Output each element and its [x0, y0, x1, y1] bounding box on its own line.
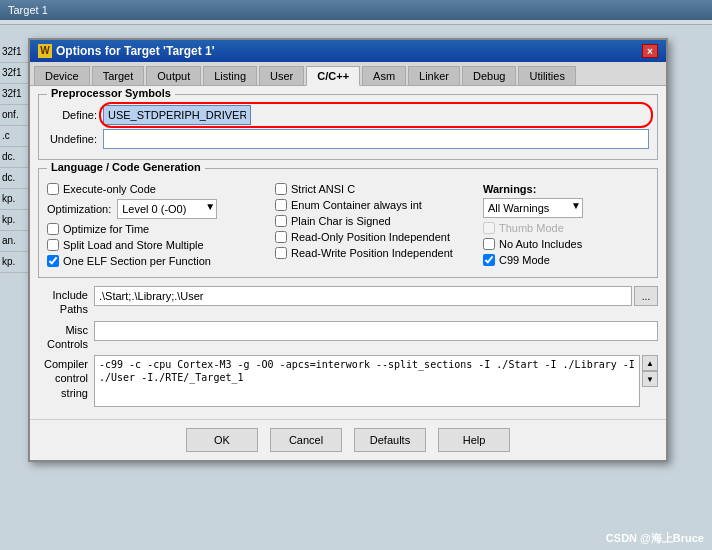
language-title: Language / Code Generation [47, 161, 205, 173]
preprocessor-title: Preprocessor Symbols [47, 87, 175, 99]
tab-device[interactable]: Device [34, 66, 90, 85]
tab-cpp[interactable]: C/C++ [306, 66, 360, 86]
one-elf-label: One ELF Section per Function [63, 255, 211, 267]
options-dialog: W Options for Target 'Target 1' × Device… [28, 38, 668, 462]
optimization-label: Optimization: [47, 203, 111, 215]
preprocessor-section: Preprocessor Symbols Define: Undefine: [38, 94, 658, 160]
include-paths-section: Include Paths ... [38, 286, 658, 317]
optimize-time-row: Optimize for Time [47, 223, 267, 235]
optimization-row: Optimization: Level 0 (-O0) Level 1 (-O1… [47, 199, 267, 219]
enum-container-label: Enum Container always int [291, 199, 422, 211]
misc-controls-section: Misc Controls [38, 321, 658, 352]
tab-user[interactable]: User [259, 66, 304, 85]
c99-mode-label: C99 Mode [499, 254, 550, 266]
tab-utilities[interactable]: Utilities [518, 66, 575, 85]
tab-target[interactable]: Target [92, 66, 145, 85]
execute-only-checkbox[interactable] [47, 183, 59, 195]
app-titlebar: Target 1 [0, 0, 712, 20]
tab-linker[interactable]: Linker [408, 66, 460, 85]
language-columns: Execute-only Code Optimization: Level 0 … [47, 183, 649, 271]
tab-debug[interactable]: Debug [462, 66, 516, 85]
execute-only-row: Execute-only Code [47, 183, 267, 195]
execute-only-label: Execute-only Code [63, 183, 156, 195]
readonly-pos-row: Read-Only Position Independent [275, 231, 475, 243]
c99-mode-checkbox[interactable] [483, 254, 495, 266]
lang-middle-col: Strict ANSI C Enum Container always int … [275, 183, 475, 271]
misc-controls-input[interactable] [94, 321, 658, 341]
undefine-label: Undefine: [47, 133, 103, 145]
compiler-label: Compiler control string [38, 355, 94, 400]
close-button[interactable]: × [642, 44, 658, 58]
tab-asm[interactable]: Asm [362, 66, 406, 85]
plain-char-row: Plain Char is Signed [275, 215, 475, 227]
optimize-time-label: Optimize for Time [63, 223, 149, 235]
undefine-row: Undefine: [47, 129, 649, 149]
plain-char-label: Plain Char is Signed [291, 215, 391, 227]
enum-container-row: Enum Container always int [275, 199, 475, 211]
tabs-bar: Device Target Output Listing User C/C++ … [30, 62, 666, 86]
undefine-input[interactable] [103, 129, 649, 149]
strict-ansi-label: Strict ANSI C [291, 183, 355, 195]
defaults-button[interactable]: Defaults [354, 428, 426, 452]
include-paths-label: Include Paths [38, 286, 94, 317]
scroll-up-btn[interactable]: ▲ [642, 355, 658, 371]
warnings-select[interactable]: All Warnings No Warnings [483, 198, 583, 218]
include-paths-browse-btn[interactable]: ... [634, 286, 658, 306]
define-input[interactable] [103, 105, 251, 125]
define-wrapper [103, 105, 649, 125]
dialog-content: Preprocessor Symbols Define: Undefine: L… [30, 86, 666, 419]
one-elf-checkbox[interactable] [47, 255, 59, 267]
readonly-pos-label: Read-Only Position Independent [291, 231, 450, 243]
dialog-titlebar: W Options for Target 'Target 1' × [30, 40, 666, 62]
warnings-select-wrapper: All Warnings No Warnings ▼ [483, 198, 583, 218]
no-auto-includes-row: No Auto Includes [483, 238, 649, 250]
thumb-mode-checkbox[interactable] [483, 222, 495, 234]
plain-char-checkbox[interactable] [275, 215, 287, 227]
app-title: Target 1 [8, 4, 48, 16]
enum-container-checkbox[interactable] [275, 199, 287, 211]
c99-mode-row: C99 Mode [483, 254, 649, 266]
lang-right-col: Warnings: All Warnings No Warnings ▼ Thu… [483, 183, 649, 271]
no-auto-includes-checkbox[interactable] [483, 238, 495, 250]
define-label: Define: [47, 109, 103, 121]
help-button[interactable]: Help [438, 428, 510, 452]
readwrite-pos-label: Read-Write Position Independent [291, 247, 453, 259]
strict-ansi-row: Strict ANSI C [275, 183, 475, 195]
tab-output[interactable]: Output [146, 66, 201, 85]
warnings-group: Warnings: All Warnings No Warnings ▼ [483, 183, 649, 218]
toolbar [0, 20, 712, 25]
tab-listing[interactable]: Listing [203, 66, 257, 85]
include-paths-input[interactable] [94, 286, 632, 306]
optimization-select[interactable]: Level 0 (-O0) Level 1 (-O1) Level 2 (-O2… [117, 199, 217, 219]
one-elf-row: One ELF Section per Function [47, 255, 267, 267]
optimize-time-checkbox[interactable] [47, 223, 59, 235]
split-load-row: Split Load and Store Multiple [47, 239, 267, 251]
lang-left-col: Execute-only Code Optimization: Level 0 … [47, 183, 267, 271]
compiler-input[interactable]: -c99 -c -cpu Cortex-M3 -g -O0 -apcs=inte… [94, 355, 640, 407]
dialog-title: W Options for Target 'Target 1' [38, 44, 215, 58]
misc-controls-label: Misc Controls [38, 321, 94, 352]
no-auto-includes-label: No Auto Includes [499, 238, 582, 250]
optimization-select-wrapper: Level 0 (-O0) Level 1 (-O1) Level 2 (-O2… [117, 199, 217, 219]
readonly-pos-checkbox[interactable] [275, 231, 287, 243]
watermark: CSDN @海上Bruce [606, 531, 704, 546]
warnings-label: Warnings: [483, 183, 649, 195]
ok-button[interactable]: OK [186, 428, 258, 452]
compiler-scrollbar: ▲ ▼ [642, 355, 658, 387]
language-section: Language / Code Generation Execute-only … [38, 168, 658, 278]
split-load-checkbox[interactable] [47, 239, 59, 251]
strict-ansi-checkbox[interactable] [275, 183, 287, 195]
dialog-buttons: OK Cancel Defaults Help [30, 419, 666, 460]
thumb-mode-row: Thumb Mode [483, 222, 649, 234]
readwrite-pos-checkbox[interactable] [275, 247, 287, 259]
scroll-down-btn[interactable]: ▼ [642, 371, 658, 387]
split-load-label: Split Load and Store Multiple [63, 239, 204, 251]
define-row: Define: [47, 105, 649, 125]
thumb-mode-label: Thumb Mode [499, 222, 564, 234]
readwrite-pos-row: Read-Write Position Independent [275, 247, 475, 259]
compiler-section: Compiler control string -c99 -c -cpu Cor… [38, 355, 658, 407]
cancel-button[interactable]: Cancel [270, 428, 342, 452]
